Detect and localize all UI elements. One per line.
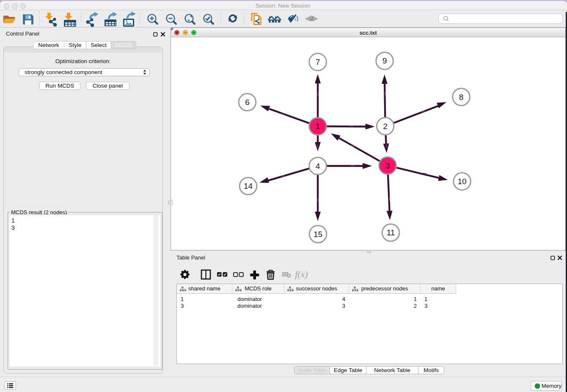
svg-text:10: 10 [457, 177, 466, 186]
svg-text:f(x): f(x) [295, 269, 308, 279]
svg-text:11: 11 [387, 228, 395, 237]
svg-text:15: 15 [314, 230, 322, 239]
svg-text:14: 14 [244, 182, 253, 190]
svg-text:8: 8 [459, 93, 464, 102]
svg-text:4: 4 [316, 162, 320, 171]
svg-text:6: 6 [245, 98, 250, 107]
svg-text:9: 9 [383, 56, 387, 65]
svg-text:2: 2 [383, 122, 388, 131]
svg-text:3: 3 [385, 161, 390, 170]
svg-text:1: 1 [316, 122, 320, 131]
svg-text:7: 7 [316, 58, 320, 66]
